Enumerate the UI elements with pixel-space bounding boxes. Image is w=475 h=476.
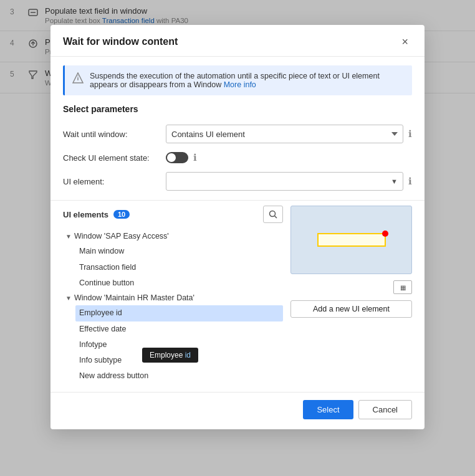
section-title: Select parameters bbox=[50, 104, 425, 120]
modal-footer: Select Cancel bbox=[50, 392, 425, 429]
tooltip-highlight: id bbox=[185, 351, 191, 359]
preview-mini-button[interactable]: ▦ bbox=[393, 280, 412, 294]
wait-for-window-modal: Wait for window content × Suspends the e… bbox=[50, 25, 425, 429]
close-button[interactable]: × bbox=[398, 35, 412, 49]
search-button[interactable] bbox=[263, 206, 283, 223]
tree-item-effective-date[interactable]: Effective date bbox=[75, 321, 283, 337]
svg-point-8 bbox=[270, 211, 276, 217]
employee-id-tooltip: Employee id bbox=[142, 348, 198, 363]
ui-element-row: UI element: ▼ ℹ bbox=[50, 168, 425, 195]
ui-elements-title: UI elements bbox=[63, 210, 108, 219]
check-state-info-icon: ℹ bbox=[193, 152, 197, 163]
bottom-panel: UI elements 10 ▼ Window 'SAP Easy Access… bbox=[50, 206, 425, 392]
tree-children-sap-easy-access: Main window Transaction field Continue b… bbox=[63, 244, 283, 291]
svg-line-9 bbox=[275, 216, 277, 219]
ui-element-info-icon: ℹ bbox=[408, 176, 412, 187]
more-info-link[interactable]: More info bbox=[224, 80, 256, 89]
svg-point-7 bbox=[77, 75, 79, 77]
preview-panel: ▦ Add a new UI element bbox=[290, 206, 412, 384]
info-banner-text: Suspends the execution of the automation… bbox=[90, 72, 405, 89]
wait-until-row: Wait until window: Contains UI element D… bbox=[50, 120, 425, 148]
tree-item-main-window[interactable]: Main window bbox=[75, 244, 283, 259]
check-state-control: ℹ bbox=[166, 152, 412, 163]
modal-overlay: Wait for window content × Suspends the e… bbox=[0, 0, 475, 476]
tree-parent-sap-easy-access[interactable]: ▼ Window 'SAP Easy Access' bbox=[63, 229, 283, 244]
tree-item-new-address-button[interactable]: New address button bbox=[75, 368, 283, 384]
section-divider bbox=[50, 200, 425, 201]
ui-elements-badge: 10 bbox=[113, 210, 130, 219]
wait-until-control: Contains UI element Does not contain UI … bbox=[166, 125, 412, 143]
tree-group-sap-easy-access: ▼ Window 'SAP Easy Access' Main window T… bbox=[63, 229, 283, 291]
wait-until-info-icon: ℹ bbox=[408, 128, 412, 140]
wait-until-label: Wait until window: bbox=[63, 130, 160, 139]
tree-group-label-maintain-hr: Window 'Maintain HR Master Data' bbox=[74, 292, 194, 305]
preview-field-corner bbox=[382, 231, 388, 237]
preview-field bbox=[317, 233, 386, 247]
info-banner: Suspends the execution of the automation… bbox=[63, 65, 412, 95]
ui-element-chevron-icon: ▼ bbox=[391, 178, 398, 185]
modal-title: Wait for window content bbox=[63, 36, 178, 47]
select-button[interactable]: Select bbox=[303, 400, 353, 419]
chevron-down-icon: ▼ bbox=[65, 231, 72, 242]
ui-element-control: ▼ ℹ bbox=[166, 172, 412, 191]
toggle-slider bbox=[166, 152, 188, 163]
modal-header: Wait for window content × bbox=[50, 25, 425, 57]
cancel-button[interactable]: Cancel bbox=[358, 400, 412, 419]
tree-group-label-sap-easy-access: Window 'SAP Easy Access' bbox=[74, 230, 169, 243]
info-banner-icon bbox=[72, 72, 84, 85]
ui-element-label: UI element: bbox=[63, 177, 160, 186]
check-state-row: Check UI element state: ℹ bbox=[50, 148, 425, 168]
search-icon bbox=[269, 210, 277, 219]
tree-item-continue-button[interactable]: Continue button bbox=[75, 275, 283, 291]
tree-children-maintain-hr: Employee id Effective date Infotype Info… bbox=[63, 305, 283, 384]
check-state-label: Check UI element state: bbox=[63, 153, 160, 163]
preview-box bbox=[290, 206, 412, 274]
preview-btn-row: ▦ bbox=[290, 280, 412, 294]
tree-item-employee-id[interactable]: Employee id bbox=[75, 305, 283, 321]
chevron-down-icon-2: ▼ bbox=[65, 293, 72, 303]
tree-parent-maintain-hr[interactable]: ▼ Window 'Maintain HR Master Data' bbox=[63, 291, 283, 305]
wait-until-dropdown[interactable]: Contains UI element Does not contain UI … bbox=[166, 125, 403, 143]
check-state-toggle[interactable] bbox=[166, 152, 188, 163]
tree-group-maintain-hr: ▼ Window 'Maintain HR Master Data' Emplo… bbox=[63, 291, 283, 384]
add-ui-element-button[interactable]: Add a new UI element bbox=[290, 300, 412, 318]
tree-item-transaction-field[interactable]: Transaction field bbox=[75, 260, 283, 275]
ui-elements-header: UI elements 10 bbox=[63, 206, 283, 223]
ui-element-input[interactable]: ▼ bbox=[166, 172, 403, 191]
